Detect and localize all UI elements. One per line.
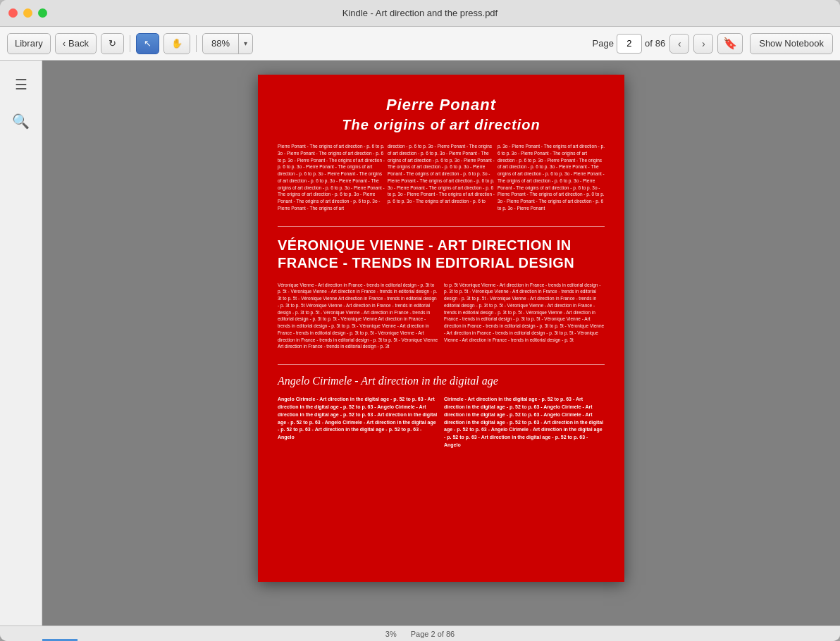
minimize-button[interactable]: [23, 8, 32, 18]
chevron-right-icon: ›: [702, 38, 705, 49]
back-button[interactable]: ‹ Back: [55, 33, 97, 54]
vienne-title: VÉRONIQUE VIENNE - ART DIRECTION IN FRAN…: [278, 237, 605, 272]
ponant-text-grid: Pierre Ponant - The origins of art direc…: [278, 143, 605, 212]
close-button[interactable]: [8, 8, 18, 18]
status-bar: 3% Page 2 of 86: [0, 626, 840, 641]
cirimele-title: Angelo Cirimele - Art direction in the d…: [278, 375, 605, 387]
chevron-left-icon: ‹: [678, 38, 681, 49]
search-icon: 🔍: [12, 113, 30, 130]
bookmark-icon: 🔖: [723, 37, 737, 50]
divider-vienne-cirimele: [278, 364, 605, 365]
cursor-icon: ↖: [144, 38, 152, 49]
refresh-button[interactable]: ↻: [101, 33, 124, 54]
ponant-col3: p. 3o - Pierre Ponant - The origins of a…: [498, 143, 605, 212]
window-title: Kindle - Art direction and the press.pdf: [342, 8, 498, 18]
ponant-col2: direction - p. 6 to p. 3o - Pierre Ponan…: [388, 143, 495, 212]
toolbar: Library ‹ Back ↻ ↖ ✋ 88% ▾ Page of 86: [0, 27, 840, 61]
hand-tool-button[interactable]: ✋: [163, 33, 190, 54]
cursor-tool-button[interactable]: ↖: [136, 33, 159, 54]
vienne-col2: to p. 5t Véronique Vienne - Art directio…: [444, 282, 605, 351]
cirimele-col2: Cirimele - Art direction in the digital …: [444, 396, 605, 449]
maximize-button[interactable]: [38, 8, 47, 18]
vienne-col1: Véronique Vienne - Art direction in Fran…: [278, 282, 438, 351]
pdf-page: Pierre Ponant The origins of art directi…: [258, 75, 624, 582]
bookmark-button[interactable]: 🔖: [717, 33, 743, 54]
sidebar: ☰ 🔍: [0, 61, 42, 626]
page-input[interactable]: [617, 34, 642, 54]
divider1: [130, 35, 130, 52]
ponant-title: The origins of art direction: [278, 117, 605, 133]
cirimele-text-grid: Angelo Cirimele - Art direction in the d…: [278, 396, 605, 449]
zoom-value: 88%: [203, 38, 238, 49]
main-area: ☰ 🔍 Pierre Ponant The origins of art dir…: [0, 61, 840, 626]
vienne-text-grid: Véronique Vienne - Art direction in Fran…: [278, 282, 605, 351]
prev-page-button[interactable]: ‹: [669, 34, 689, 54]
progress-percent: 3%: [385, 630, 397, 638]
sidebar-toc-button[interactable]: ☰: [8, 72, 34, 97]
refresh-icon: ↻: [109, 38, 116, 49]
divider-ponant-vienne: [278, 226, 605, 227]
show-notebook-button[interactable]: Show Notebook: [750, 33, 833, 54]
title-bar: Kindle - Art direction and the press.pdf: [0, 0, 840, 27]
ponant-author: Pierre Ponant: [278, 96, 605, 114]
next-page-button[interactable]: ›: [693, 34, 713, 54]
section-vienne: VÉRONIQUE VIENNE - ART DIRECTION IN FRAN…: [278, 237, 605, 351]
ponant-col1: Pierre Ponant - The origins of art direc…: [278, 143, 385, 212]
zoom-dropdown-button[interactable]: ▾: [238, 33, 252, 54]
section-cirimele: Angelo Cirimele - Art direction in the d…: [278, 375, 605, 449]
cirimele-col1: Angelo Cirimele - Art direction in the d…: [278, 396, 438, 449]
pdf-viewer[interactable]: Pierre Ponant The origins of art directi…: [42, 61, 840, 626]
divider2: [196, 35, 197, 52]
window-controls: [8, 8, 47, 18]
page-info: Page 2 of 86: [411, 630, 455, 638]
of-label: of: [645, 38, 653, 49]
chevron-down-icon: ▾: [244, 39, 247, 47]
sidebar-search-button[interactable]: 🔍: [8, 108, 34, 134]
page-control: Page of 86: [593, 34, 666, 54]
library-button[interactable]: Library: [7, 33, 51, 54]
section-ponant: Pierre Ponant The origins of art directi…: [278, 96, 605, 212]
toc-icon: ☰: [15, 76, 27, 93]
page-label: Page: [593, 38, 614, 49]
zoom-control[interactable]: 88% ▾: [202, 33, 253, 54]
back-chevron-icon: ‹: [63, 38, 66, 49]
page-total: 86: [655, 38, 665, 49]
hand-icon: ✋: [171, 38, 183, 49]
